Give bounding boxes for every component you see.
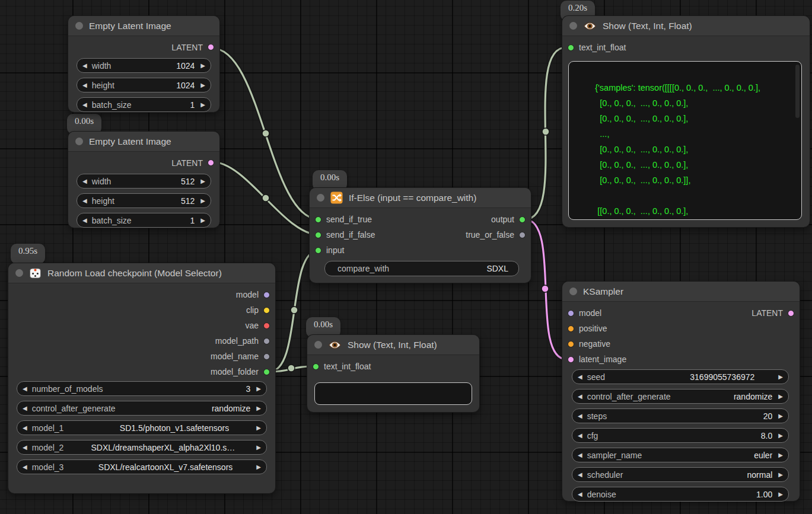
decrement-arrow-icon[interactable]: ◀ — [23, 464, 27, 470]
widget-model-3[interactable]: ◀ model_3 SDXL/realcartoonXL_v7.safetens… — [17, 459, 267, 474]
output-slot-model-folder[interactable] — [263, 369, 270, 375]
decrement-arrow-icon[interactable]: ◀ — [578, 413, 582, 419]
widget-width[interactable]: ◀ width 512 ▶ — [77, 174, 211, 189]
decrement-arrow-icon[interactable]: ◀ — [82, 178, 87, 184]
increment-arrow-icon[interactable]: ▶ — [256, 406, 261, 411]
decrement-arrow-icon[interactable]: ◀ — [578, 491, 582, 497]
decrement-arrow-icon[interactable]: ◀ — [82, 102, 87, 108]
widget-model-1[interactable]: ◀ model_1 SD1.5/photon_v1.safetensors ▶ — [17, 420, 267, 435]
node-empty-latent-image-1[interactable]: Empty Latent Image LATENT ◀ width 1024 ▶… — [68, 16, 219, 112]
collapse-dot-icon[interactable] — [569, 288, 577, 295]
collapse-dot-icon[interactable] — [314, 341, 322, 349]
input-slot-text-int-float[interactable] — [313, 363, 319, 370]
input-slot-send-if-true[interactable] — [315, 216, 321, 223]
collapse-dot-icon[interactable] — [75, 138, 83, 145]
increment-arrow-icon[interactable]: ▶ — [778, 413, 783, 419]
output-slot-model[interactable] — [263, 292, 270, 298]
decrement-arrow-icon[interactable]: ◀ — [23, 386, 27, 392]
wire-midpoint-dot[interactable] — [262, 130, 269, 137]
widget-number-of-models[interactable]: ◀ number_of_models 3 ▶ — [17, 381, 267, 396]
output-slot-model-path[interactable] — [263, 338, 270, 344]
widget-seed[interactable]: ◀ seed 31699055736972 ▶ — [572, 369, 789, 384]
output-slot-clip[interactable] — [263, 307, 270, 314]
decrement-arrow-icon[interactable]: ◀ — [578, 452, 582, 458]
increment-arrow-icon[interactable]: ▶ — [200, 63, 205, 69]
node-show-text-small[interactable]: Show (Text, Int, Float) text_int_float S… — [307, 335, 479, 412]
decrement-arrow-icon[interactable]: ◀ — [578, 472, 582, 478]
widget-scheduler[interactable]: ◀ scheduler normal ▶ — [572, 467, 789, 482]
node-random-load-checkpoint[interactable]: Random Load checkpoint (Model Selector) … — [8, 263, 275, 493]
show-text-display[interactable]: {'samples': tensor([[[[0., 0., 0., ..., … — [568, 61, 802, 220]
widget-batch-size[interactable]: ◀ batch_size 1 ▶ — [77, 213, 211, 228]
increment-arrow-icon[interactable]: ▶ — [256, 386, 261, 392]
textbox-scrollbar[interactable] — [795, 65, 800, 118]
widget-cfg[interactable]: ◀ cfg 8.0 ▶ — [572, 428, 789, 443]
increment-arrow-icon[interactable]: ▶ — [200, 218, 205, 224]
decrement-arrow-icon[interactable]: ◀ — [82, 63, 87, 69]
decrement-arrow-icon[interactable]: ◀ — [578, 374, 582, 380]
node-ksampler[interactable]: KSampler model LATENT positive negative … — [562, 282, 800, 501]
increment-arrow-icon[interactable]: ▶ — [778, 394, 783, 400]
collapse-dot-icon[interactable] — [317, 194, 324, 202]
increment-arrow-icon[interactable]: ▶ — [200, 102, 205, 108]
input-slot-model[interactable] — [568, 310, 574, 317]
output-slot-latent[interactable] — [788, 310, 794, 317]
output-slot-latent[interactable] — [208, 44, 214, 50]
widget-steps[interactable]: ◀ steps 20 ▶ — [572, 408, 789, 423]
output-slot-model-name[interactable] — [263, 353, 270, 360]
wire-midpoint-dot[interactable] — [262, 194, 269, 202]
decrement-arrow-icon[interactable]: ◀ — [82, 198, 87, 204]
input-slot-label: negative — [579, 339, 610, 349]
decrement-arrow-icon[interactable]: ◀ — [578, 394, 582, 400]
input-slot-positive[interactable] — [568, 325, 574, 332]
show-text-display[interactable]: SDXL — [314, 382, 472, 405]
decrement-arrow-icon[interactable]: ◀ — [82, 82, 87, 88]
widget-control-after-generate[interactable]: ◀ control_after_generate randomize ▶ — [572, 389, 789, 404]
widget-width[interactable]: ◀ width 1024 ▶ — [77, 58, 211, 73]
increment-arrow-icon[interactable]: ▶ — [200, 178, 205, 184]
output-slot-true-or-false[interactable] — [519, 232, 526, 238]
input-slot-send-if-false[interactable] — [315, 232, 321, 238]
input-slot-text-int-float[interactable] — [568, 44, 574, 51]
widget-batch-size[interactable]: ◀ batch_size 1 ▶ — [77, 97, 211, 112]
node-if-else[interactable]: If-Else (input == compare_with) send_if_… — [310, 188, 531, 283]
output-slot-output[interactable] — [519, 216, 526, 223]
increment-arrow-icon[interactable]: ▶ — [778, 374, 783, 380]
widget-model-2[interactable]: ◀ model_2 SDXL/dreamshaperXL_alpha2Xl10.… — [17, 440, 267, 455]
widget-height[interactable]: ◀ height 1024 ▶ — [77, 78, 211, 92]
decrement-arrow-icon[interactable]: ◀ — [82, 218, 87, 224]
increment-arrow-icon[interactable]: ▶ — [778, 433, 783, 439]
widget-sampler-name[interactable]: ◀ sampler_name euler ▶ — [572, 448, 789, 462]
output-slot-vae[interactable] — [263, 323, 270, 329]
collapse-dot-icon[interactable] — [15, 269, 23, 277]
node-show-text-top[interactable]: Show (Text, Int, Float) text_int_float {… — [562, 16, 810, 227]
increment-arrow-icon[interactable]: ▶ — [778, 452, 783, 458]
wire-midpoint-dot[interactable] — [291, 307, 298, 314]
increment-arrow-icon[interactable]: ▶ — [200, 198, 205, 204]
wire-midpoint-dot[interactable] — [542, 285, 549, 292]
decrement-arrow-icon[interactable]: ◀ — [23, 425, 27, 431]
increment-arrow-icon[interactable]: ▶ — [778, 472, 783, 478]
output-slot-latent[interactable] — [208, 159, 214, 166]
decrement-arrow-icon[interactable]: ◀ — [578, 433, 582, 439]
widget-height[interactable]: ◀ height 512 ▶ — [77, 193, 211, 208]
increment-arrow-icon[interactable]: ▶ — [256, 445, 261, 451]
collapse-dot-icon[interactable] — [569, 22, 577, 30]
decrement-arrow-icon[interactable]: ◀ — [23, 406, 27, 411]
wire-midpoint-dot[interactable] — [542, 128, 549, 135]
increment-arrow-icon[interactable]: ▶ — [256, 464, 261, 470]
collapse-dot-icon[interactable] — [75, 22, 83, 30]
widget-denoise[interactable]: ◀ denoise 1.00 ▶ — [572, 487, 789, 502]
increment-arrow-icon[interactable]: ▶ — [778, 491, 783, 497]
widget-control-after-generate[interactable]: ◀ control_after_generate randomize ▶ — [17, 401, 267, 416]
increment-arrow-icon[interactable]: ▶ — [200, 82, 205, 88]
input-slot-latent-image[interactable] — [568, 356, 574, 363]
input-slot-negative[interactable] — [568, 341, 574, 347]
increment-arrow-icon[interactable]: ▶ — [256, 425, 261, 431]
input-slot-input[interactable] — [315, 247, 321, 254]
node-graph-canvas[interactable]: 0.00s 0.95s 0.00s 0.00s 0.20s Empty Late… — [0, 0, 812, 514]
decrement-arrow-icon[interactable]: ◀ — [23, 445, 27, 451]
wire-midpoint-dot[interactable] — [288, 365, 295, 372]
node-empty-latent-image-2[interactable]: Empty Latent Image LATENT ◀ width 512 ▶ … — [68, 132, 219, 228]
widget-compare-with[interactable]: compare_with SDXL — [324, 261, 519, 276]
